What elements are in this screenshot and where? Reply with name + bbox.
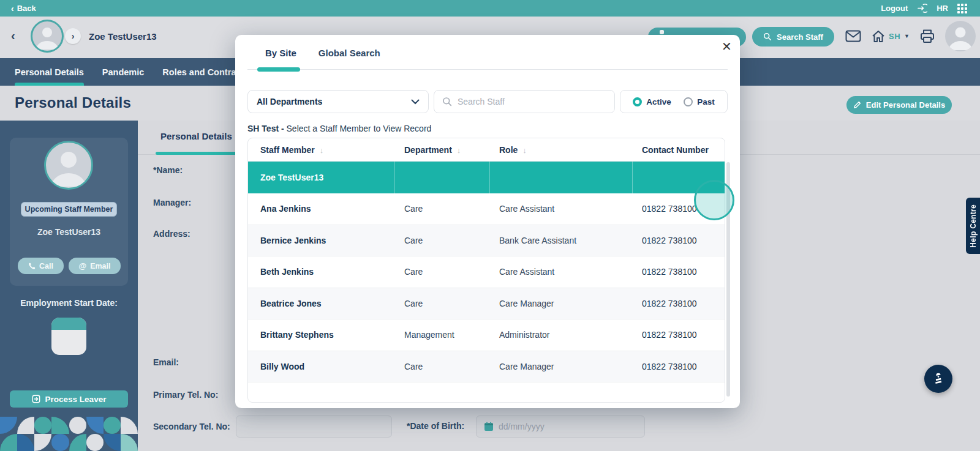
chevron-left-icon: ‹ [11,4,14,13]
staff-name-cell: Brittany Stephens [248,330,394,340]
department-cell: Care [394,204,489,214]
role-cell: Care Assistant [489,267,632,277]
calendar-placeholder-icon [51,318,86,355]
staff-row-ana-jenkins[interactable]: Ana JenkinsCareCare Assistant01822 73810… [248,193,725,225]
partial-row [248,382,725,403]
close-icon[interactable]: ✕ [722,39,732,54]
chevron-down-icon [411,99,420,105]
staff-row-bernice-jenkins[interactable]: Bernice JenkinsCareBank Care Assistant01… [248,225,725,257]
edit-personal-details-button[interactable]: Edit Personal Details [846,96,952,114]
process-leaver-button[interactable]: Process Leaver [10,390,128,408]
staff-avatar [31,20,64,53]
chevron-down-icon: ▼ [904,33,910,39]
search-icon [442,97,452,106]
sort-arrow-icon[interactable]: ↓ [457,146,461,155]
logout-icon[interactable] [917,3,927,13]
lighthouse-icon [932,371,945,386]
staff-name-cell: Billy Wood [248,362,394,371]
contact-cell: 01822 738100 [632,267,725,277]
column-header-contact-number: Contact Number [632,145,725,155]
email-button[interactable]: @ Email [69,258,121,274]
radio-active[interactable]: Active [633,97,671,106]
nav-tab-personal-details[interactable]: Personal Details [15,58,84,86]
contact-cell: 01822 738100 [632,236,725,245]
decorative-mosaic [0,417,138,451]
role-cell: Administrator [489,330,632,340]
help-centre-tab[interactable]: Help Centre [966,198,980,254]
selected-staff-row[interactable]: Zoe TestUser13 [248,162,725,193]
column-header-department[interactable]: Department↓ [394,145,489,155]
sort-arrow-icon[interactable]: ↓ [320,146,324,155]
modal-tab-divider [247,69,728,70]
staff-search-input[interactable]: Search Staff [434,90,615,113]
staff-name-cell: Beth Jenkins [248,267,394,277]
staff-row-brittany-stephens[interactable]: Brittany StephensManagementAdministrator… [248,319,725,351]
dob-placeholder: dd/mm/yyyy [499,422,545,431]
staff-table: Staff Member↓Department↓Role↓Contact Num… [247,138,725,403]
modal-tab-by-site[interactable]: By Site [265,48,296,58]
staff-name-cell: Beatrice Jones [248,299,394,308]
site-code-label: SH [889,32,900,41]
at-icon: @ [78,261,86,270]
next-staff-button[interactable]: › [65,28,81,44]
radio-selected-icon [633,97,642,106]
back-link[interactable]: ‹ Back [11,4,36,13]
contact-cell: 01822 738100 [632,362,725,371]
staff-row-beth-jenkins[interactable]: Beth JenkinsCareCare Assistant01822 7381… [248,256,725,288]
staff-name-cell: Bernice Jenkins [248,236,394,245]
modal-tab-bar: By SiteGlobal Search [265,48,380,58]
account-avatar[interactable] [945,21,976,51]
mail-icon[interactable] [845,30,861,42]
dob-input[interactable]: dd/mm/yyyy [476,416,645,438]
page-title: Personal Details [15,94,131,111]
site-switcher[interactable]: SH ▼ [872,30,910,43]
home-icon [872,30,885,43]
manager-label: Manager: [153,198,191,207]
search-icon [763,32,772,41]
contact-cell: 01822 738100 [632,330,725,340]
search-placeholder: Search Staff [458,97,505,106]
hr-label[interactable]: HR [937,4,948,13]
column-header-staff-member[interactable]: Staff Member↓ [248,145,394,155]
modal-subtitle: SH Test - Select a Staff Member to View … [247,124,431,133]
modal-tab-global-search[interactable]: Global Search [318,48,380,58]
search-staff-button[interactable]: Search Staff [752,27,834,47]
selected-cell [489,162,632,193]
print-icon[interactable] [920,29,935,43]
selected-staff-name: Zoe TestUser13 [248,162,394,193]
lighthouse-fab-button[interactable] [924,365,952,393]
name-label: *Name: [153,165,183,175]
sort-arrow-icon[interactable]: ↓ [522,146,527,155]
staff-row-beatrice-jones[interactable]: Beatrice JonesCareCare Manager01822 7381… [248,288,725,320]
chevron-back-icon[interactable]: ‹ [11,29,15,43]
staff-name-cell: Ana Jenkins [248,204,394,214]
pencil-icon [853,101,861,109]
click-indicator [694,180,734,220]
department-cell: Care [394,236,489,245]
status-radio-group: Active Past [620,90,728,113]
radio-past[interactable]: Past [684,97,715,106]
subtab-underline [156,152,237,155]
department-dropdown[interactable]: All Departments [247,90,429,113]
nav-tab-pandemic[interactable]: Pandemic [102,58,145,86]
department-cell: Care [394,267,489,277]
secondary-tel-input[interactable] [236,416,392,438]
hidden-button-icon [660,30,664,34]
header-icon-row: SH ▼ [845,17,980,56]
logout-button[interactable]: Logout [881,4,908,13]
header-user-name: Zoe TestUser13 [89,31,157,42]
sidebar-avatar [44,141,93,190]
calendar-icon [484,422,494,431]
modal-tab-underline [257,67,300,72]
call-button[interactable]: Call [18,258,64,274]
address-label: Address: [153,229,190,239]
sidebar-user-name: Zoe TestUser13 [10,227,128,237]
role-cell: Care Assistant [489,204,632,214]
staff-row-billy-wood[interactable]: Billy WoodCareCare Manager01822 738100 [248,351,725,383]
column-header-role[interactable]: Role↓ [489,145,632,155]
top-bar: ‹ Back Logout HR [0,0,980,17]
subtab-personal-details[interactable]: Personal Details [160,131,232,141]
role-cell: Care Manager [489,362,632,371]
department-cell: Management [394,330,489,340]
apps-grid-icon[interactable] [957,4,967,13]
